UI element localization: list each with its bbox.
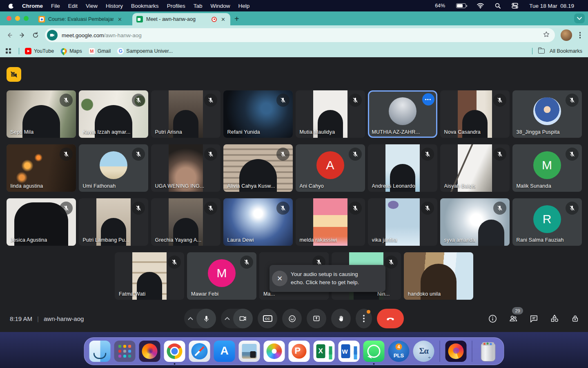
meeting-details-button[interactable] [488, 314, 497, 323]
participant-tile[interactable]: Umi Fathonah [79, 144, 148, 192]
menu-view[interactable]: View [86, 3, 98, 9]
close-window-button[interactable] [7, 16, 11, 21]
participant-tile[interactable]: Putri Lambang Pu... [79, 198, 148, 246]
present-screen-button[interactable] [307, 309, 326, 328]
bookmark-gmail[interactable]: Gmail [89, 48, 111, 54]
control-center-icon[interactable] [512, 3, 518, 9]
participant-tile[interactable]: •••MUTHIA AZ-ZAHR... [368, 90, 437, 138]
participant-tile[interactable]: linda agustina [7, 144, 76, 192]
profile-avatar[interactable] [561, 29, 572, 41]
tab-close-button[interactable]: ✕ [220, 16, 226, 22]
camera-options-chevron[interactable] [221, 309, 233, 328]
dock-icon-firefox-dev[interactable] [139, 341, 160, 362]
all-bookmarks-button[interactable]: All Bookmarks [550, 48, 582, 54]
participant-tile[interactable]: Putri Arisna [151, 90, 220, 138]
minimize-window-button[interactable] [15, 16, 20, 21]
participant-tile[interactable]: Alivia Cahya Kusw... [223, 144, 293, 192]
menu-app-name[interactable]: Chrome [22, 3, 43, 9]
participant-tile[interactable]: handoko unila [404, 252, 473, 300]
participant-tile[interactable]: melda rakassiwi [296, 198, 365, 246]
dock-icon-preview[interactable] [239, 341, 260, 362]
raise-hand-button[interactable] [331, 309, 351, 328]
participant-tile[interactable]: Grechia Yayang A... [151, 198, 220, 246]
bookmark-star-icon[interactable] [543, 31, 550, 40]
participant-tile[interactable]: Mutia Maulidya [296, 90, 365, 138]
participant-tile[interactable]: MMawar Febi [187, 252, 256, 300]
participant-tile[interactable]: 38_Jingga Puspita [512, 90, 582, 138]
toast-close-button[interactable]: ✕ [272, 271, 287, 286]
zoom-window-button[interactable] [24, 16, 29, 21]
participant-tile[interactable]: vika janfira [368, 198, 437, 246]
tab-meet[interactable]: Meet - awn-hanw-aog✕ [132, 13, 230, 25]
menu-tab[interactable]: Tab [194, 3, 203, 9]
new-tab-button[interactable]: + [234, 14, 239, 24]
dock-icon-firefox[interactable] [445, 341, 467, 362]
participant-tile[interactable]: Septi Mila [7, 90, 76, 138]
spotlight-icon[interactable] [495, 3, 501, 9]
menu-clock[interactable]: Tue 18 Mar 08.19 [529, 3, 574, 9]
participant-tile[interactable]: Laura Dewi [223, 198, 293, 246]
mic-button[interactable] [196, 309, 216, 328]
mic-options-chevron[interactable] [184, 309, 196, 328]
bookmark-google[interactable]: Sampoerna Univer... [117, 48, 173, 54]
participant-tile[interactable]: Andreas Leonardo [368, 144, 437, 192]
bookmark-maps[interactable]: Maps [60, 48, 82, 54]
url-bar[interactable]: meet.google.com/awn-hanw-aog [45, 28, 555, 42]
forward-button[interactable] [19, 31, 26, 39]
participant-tile[interactable]: MMalik Sunanda [512, 144, 582, 192]
participant-menu-button[interactable]: ••• [422, 93, 434, 105]
activities-button[interactable] [550, 314, 559, 323]
bookmark-youtube[interactable]: YouTube [25, 48, 54, 54]
dock-icon-spss[interactable] [413, 341, 434, 362]
echo-toast[interactable]: ✕ Your audio setup is causingecho. Click… [270, 265, 385, 292]
participant-tile[interactable]: UGA WENING ING... [151, 144, 220, 192]
camera-button[interactable] [233, 309, 253, 328]
wifi-icon[interactable] [477, 3, 484, 9]
dock-icon-excel[interactable] [314, 341, 335, 362]
participant-tile[interactable]: Jesica Agustina [7, 198, 76, 246]
menu-bookmarks[interactable]: Bookmarks [131, 3, 159, 9]
dock-icon-appstore[interactable] [214, 341, 235, 362]
participant-tile[interactable]: RRani Salma Fauziah [512, 198, 582, 246]
chat-button[interactable] [529, 314, 539, 323]
captions-button[interactable] [258, 309, 277, 328]
dock-icon-word[interactable] [339, 341, 360, 362]
dock-icon-chrome[interactable] [164, 341, 185, 362]
end-call-button[interactable] [377, 309, 404, 328]
menu-history[interactable]: History [106, 3, 123, 9]
participant-tile[interactable]: Fatma Wati [115, 252, 184, 300]
dock-icon-powerpoint[interactable] [289, 341, 310, 362]
menu-help[interactable]: Help [238, 3, 249, 9]
dock-icon-whatsapp[interactable] [363, 341, 385, 362]
participant-tile[interactable]: Refani Yunida [223, 90, 293, 138]
reactions-button[interactable] [282, 309, 302, 328]
participant-tile[interactable]: Nova Casandra [440, 90, 510, 138]
participant-tile[interactable]: syva amanda [440, 198, 510, 246]
background-blur-warning-icon[interactable] [7, 67, 21, 82]
dock-icon-launchpad[interactable] [114, 341, 136, 362]
dock-icon-trash[interactable] [478, 341, 499, 362]
tab-search-button[interactable] [574, 13, 585, 23]
reload-button[interactable] [32, 31, 39, 39]
people-button[interactable]: 29 [508, 314, 518, 323]
participant-tile[interactable]: AAni Cahyo [296, 144, 365, 192]
dock-icon-photos[interactable] [264, 341, 285, 362]
dock-icon-safari[interactable] [189, 341, 210, 362]
apps-grid-icon[interactable] [6, 48, 11, 54]
menu-edit[interactable]: Edit [68, 3, 78, 9]
back-button[interactable] [6, 31, 13, 39]
tab-course[interactable]: Course: Evaluasi Pembelajara✕ [34, 13, 132, 25]
apple-menu-icon[interactable] [8, 3, 14, 9]
more-options-button[interactable] [356, 309, 372, 328]
participant-tile[interactable]: Kayla Izzah aqmar... [79, 90, 148, 138]
participant-tile[interactable]: Aisyah Balqis [440, 144, 510, 192]
menu-window[interactable]: Window [210, 3, 230, 9]
menu-profiles[interactable]: Profiles [167, 3, 185, 9]
dock-icon-finder[interactable] [89, 341, 111, 362]
host-controls-button[interactable] [570, 314, 580, 323]
tab-close-button[interactable]: ✕ [117, 16, 123, 22]
dock-icon-smartpls[interactable] [388, 341, 410, 362]
bookmark-items: YouTubeMapsGmailSampoerna Univer... [25, 48, 179, 54]
browser-menu-icon[interactable] [578, 32, 583, 38]
menu-file[interactable]: File [51, 3, 60, 9]
